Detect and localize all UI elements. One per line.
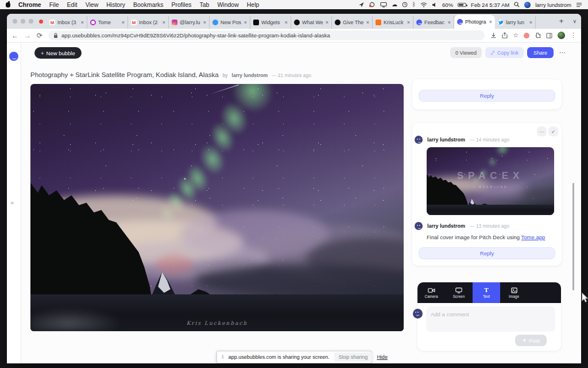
tab-close-icon[interactable]: × bbox=[407, 20, 410, 25]
minimize-window-button[interactable] bbox=[21, 19, 25, 24]
display-icon[interactable] bbox=[380, 2, 387, 7]
menu-bookmarks[interactable]: Bookmarks bbox=[133, 1, 164, 8]
tab-krisluck[interactable]: KrisLuck× bbox=[373, 16, 413, 29]
main-photo[interactable]: Kris Luckenbach bbox=[30, 84, 404, 331]
tab-close-icon[interactable]: × bbox=[285, 20, 288, 25]
comment-resolve-check-icon[interactable]: ✓ bbox=[548, 126, 558, 136]
post-button[interactable]: Post bbox=[515, 335, 547, 346]
user-avatar-icon[interactable] bbox=[524, 2, 531, 8]
composer-tab-camera[interactable]: Camera bbox=[417, 282, 445, 303]
site-favicon bbox=[212, 20, 218, 25]
commenter-name[interactable]: larry lundstrom bbox=[427, 137, 465, 143]
side-panel-icon[interactable] bbox=[546, 33, 552, 39]
bubbles-logo[interactable] bbox=[9, 52, 18, 61]
share-icon[interactable] bbox=[502, 32, 508, 39]
profile-avatar[interactable] bbox=[558, 32, 565, 39]
menubar-clock[interactable]: Feb 24 5:37 AM bbox=[471, 2, 509, 8]
screen-recording-icon[interactable] bbox=[369, 2, 376, 7]
site-favicon bbox=[335, 20, 341, 25]
tab-widgets[interactable]: Widgets× bbox=[250, 16, 291, 29]
comment-more-icon[interactable]: ⋯ bbox=[537, 126, 547, 136]
tab-tome[interactable]: Tome× bbox=[87, 16, 128, 29]
tab-feedback[interactable]: Feedbac× bbox=[413, 16, 454, 29]
zoom-window-button[interactable] bbox=[29, 19, 33, 24]
tab-close-icon[interactable]: × bbox=[529, 20, 532, 25]
browser-toolbar: ← → ⟳ app.usebubbles.com/mz94pCvH9dE9Z8S… bbox=[7, 29, 581, 43]
back-button[interactable]: ← bbox=[11, 32, 18, 39]
window-controls[interactable] bbox=[7, 14, 38, 29]
tab-new-post[interactable]: New Pos× bbox=[210, 16, 250, 29]
tab-close-icon[interactable]: × bbox=[448, 20, 451, 25]
url-text[interactable]: app.usebubbles.com/mz94pCvH9dE9Z8S6Vi6z2… bbox=[61, 32, 330, 39]
composer-tab-text-selected[interactable]: T Text bbox=[473, 282, 500, 303]
page-scrollbar[interactable] bbox=[572, 183, 574, 290]
menu-window[interactable]: Window bbox=[217, 1, 238, 8]
reload-button[interactable]: ⟳ bbox=[37, 32, 42, 39]
bluetooth-icon[interactable]: ᛒ bbox=[412, 2, 416, 7]
tab-close-icon[interactable]: × bbox=[244, 20, 247, 25]
tome-app-link[interactable]: Tome.app bbox=[521, 234, 546, 240]
tab-instagram[interactable]: @larry.lu× bbox=[169, 16, 210, 29]
tab-inbox-1[interactable]: MInbox (3× bbox=[47, 16, 87, 29]
commenter-avatar[interactable] bbox=[415, 222, 423, 230]
spotlight-search-icon[interactable] bbox=[514, 2, 520, 7]
battery-icon bbox=[458, 3, 466, 7]
byline-author[interactable]: larry lundstrom bbox=[232, 72, 268, 78]
menu-edit[interactable]: Edit bbox=[67, 1, 78, 8]
tab-inbox-2[interactable]: MInbox (2× bbox=[128, 16, 169, 29]
bookmark-star-icon[interactable]: ☆ bbox=[513, 32, 519, 39]
extensions-puzzle-icon[interactable] bbox=[535, 32, 541, 39]
stop-sharing-button[interactable]: Stop sharing bbox=[334, 352, 373, 362]
tab-close-icon[interactable]: × bbox=[489, 19, 492, 25]
expand-sidebar-icon[interactable]: » bbox=[10, 199, 14, 206]
location-icon[interactable] bbox=[358, 2, 364, 7]
new-bubble-button[interactable]: + New bubble bbox=[34, 47, 82, 59]
volume-icon[interactable] bbox=[432, 2, 438, 7]
menu-list-icon[interactable] bbox=[576, 2, 582, 7]
close-window-button[interactable] bbox=[13, 19, 17, 24]
tab-what-we[interactable]: What We× bbox=[291, 16, 332, 29]
tab-close-icon[interactable]: × bbox=[203, 20, 206, 25]
clock-icon[interactable] bbox=[402, 2, 408, 7]
spacex-cover-thumbnail[interactable]: SPACEX + STARLINK bbox=[427, 147, 554, 215]
tab-close-icon[interactable]: × bbox=[326, 20, 328, 25]
recording-extension-icon[interactable] bbox=[524, 33, 529, 39]
drag-handle-icon[interactable]: ‖ bbox=[222, 354, 224, 360]
menu-help[interactable]: Help bbox=[247, 1, 260, 8]
menu-profiles[interactable]: Profiles bbox=[171, 1, 191, 8]
download-icon[interactable] bbox=[490, 32, 497, 39]
browser-menu-kebab-icon[interactable]: ⋮ bbox=[570, 32, 577, 39]
tab-twitter[interactable]: larry lun× bbox=[495, 16, 536, 29]
tab-close-icon[interactable]: × bbox=[163, 20, 165, 25]
share-button[interactable]: Share bbox=[527, 47, 554, 58]
menu-view[interactable]: View bbox=[86, 1, 99, 8]
tab-label: larry lun bbox=[506, 20, 527, 25]
new-tab-button[interactable]: + bbox=[555, 17, 568, 29]
tab-close-icon[interactable]: × bbox=[81, 20, 84, 25]
menu-history[interactable]: History bbox=[106, 1, 125, 8]
hide-sharing-bar-link[interactable]: Hide bbox=[377, 354, 388, 360]
menu-file[interactable]: File bbox=[49, 1, 59, 8]
tab-give-the[interactable]: Give The× bbox=[332, 16, 373, 29]
tab-close-icon[interactable]: × bbox=[122, 20, 125, 25]
page-more-icon[interactable]: ⋯ bbox=[557, 49, 568, 56]
commenter-name[interactable]: larry lundstrom bbox=[427, 223, 465, 229]
cloud-icon[interactable]: ☁ bbox=[392, 2, 397, 7]
apple-icon[interactable] bbox=[6, 2, 10, 7]
reply-button-top[interactable]: Reply bbox=[419, 90, 555, 102]
comment-input[interactable] bbox=[426, 306, 555, 332]
composer-tab-image[interactable]: Image bbox=[500, 282, 528, 303]
copy-link-button[interactable]: Copy link bbox=[485, 47, 524, 58]
address-bar[interactable]: app.usebubbles.com/mz94pCvH9dE9Z8S6Vi6z2… bbox=[48, 30, 485, 40]
forward-button[interactable]: → bbox=[24, 32, 31, 39]
tab-close-icon[interactable]: × bbox=[366, 20, 369, 25]
commenter-avatar[interactable] bbox=[415, 136, 423, 144]
menu-chrome[interactable]: Chrome bbox=[18, 1, 41, 8]
composer-tab-screen[interactable]: Screen bbox=[445, 282, 473, 303]
reply-button[interactable]: Reply bbox=[419, 247, 555, 259]
menubar-username[interactable]: larry lundstrom bbox=[535, 2, 571, 8]
tab-photography-active[interactable]: Photogra× bbox=[454, 15, 495, 29]
wifi-icon[interactable] bbox=[420, 2, 427, 7]
tab-search-chevron-icon[interactable]: ∨ bbox=[568, 18, 581, 29]
menu-tab[interactable]: Tab bbox=[199, 1, 209, 8]
